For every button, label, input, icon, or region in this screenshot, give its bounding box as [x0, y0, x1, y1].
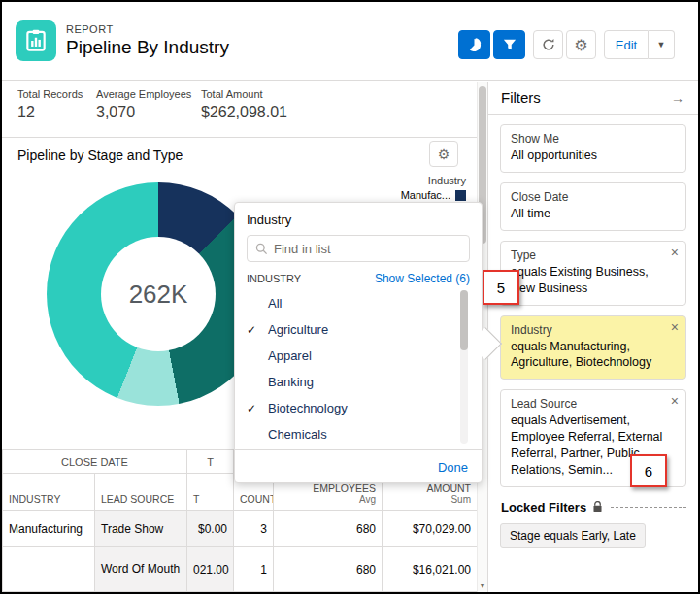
header-actions: ⚙ Edit ▼: [458, 30, 675, 59]
app-window: REPORT Pipeline By Industry ⚙: [0, 0, 700, 594]
popup-scrollbar[interactable]: [460, 290, 468, 444]
edit-dropdown-button[interactable]: ▼: [649, 30, 675, 59]
popup-search-box: [247, 235, 470, 262]
remove-filter-icon[interactable]: ×: [671, 245, 679, 260]
list-item-apparel[interactable]: Apparel: [247, 343, 456, 369]
list-item-agriculture[interactable]: ✓ Agriculture: [247, 316, 456, 343]
filter-card-type[interactable]: × Type equals Existing Business, New Bus…: [500, 241, 686, 306]
report-header: REPORT Pipeline By Industry ⚙: [2, 2, 698, 81]
cell-lead-source: Word Of Mouth: [95, 547, 187, 592]
report-icon: [16, 20, 56, 61]
gear-icon: ⚙: [574, 36, 587, 54]
chart-title: Pipeline by Stage and Type: [17, 148, 183, 163]
filters-panel-title: Filters: [501, 89, 541, 106]
filter-card-show-me[interactable]: Show Me All opportunities: [500, 124, 686, 173]
filter-card-close-date[interactable]: Close Date All time: [500, 182, 686, 231]
cell-count: 3: [234, 511, 274, 547]
remove-filter-icon[interactable]: ×: [671, 319, 679, 335]
cell-count: 1: [234, 547, 274, 592]
donut-total-label: 262K: [129, 280, 188, 310]
cell-amount: $70,029.00: [383, 511, 478, 547]
refresh-icon: [542, 38, 555, 51]
list-item-chemicals[interactable]: Chemicals: [247, 421, 456, 446]
caret-down-icon: ▼: [480, 582, 486, 589]
col-header-t: T: [187, 474, 234, 511]
search-icon: [255, 243, 268, 255]
industry-filter-popup: Industry INDUSTRY Show Selected (6) All …: [234, 202, 483, 483]
list-item-biotechnology[interactable]: ✓ Biotechnology: [247, 395, 456, 421]
stat-total-records: Total Records 12: [17, 88, 83, 121]
stat-value: 3,070: [96, 104, 191, 121]
edit-button-group: Edit ▼: [604, 30, 675, 59]
gear-icon: ⚙: [438, 147, 450, 162]
chart-legend-entry: Manufac...: [351, 189, 466, 201]
edit-button[interactable]: Edit: [604, 30, 649, 59]
list-item-all[interactable]: All: [247, 290, 456, 316]
filter-card-industry[interactable]: × Industry equals Manufacturing, Agricul…: [500, 315, 686, 380]
stat-total-amount: Total Amount $262,098.01: [201, 88, 287, 121]
search-input[interactable]: [274, 242, 461, 256]
popup-scrollbar-thumb[interactable]: [460, 290, 468, 350]
annotation-box-5: 5: [483, 270, 519, 305]
chart-toggle-button[interactable]: [458, 30, 490, 59]
donut-center: 262K: [101, 237, 216, 351]
popup-option-list: All ✓ Agriculture Apparel Banking ✓ Biot…: [247, 290, 470, 446]
stat-average-employees: Average Employees 3,070: [96, 88, 191, 121]
table-row: Manufacturing Trade Show $0.00 3 680 $70…: [3, 511, 478, 547]
chevron-down-icon: ▼: [657, 40, 666, 50]
locked-divider: [611, 507, 686, 508]
remove-filter-icon[interactable]: ×: [671, 393, 679, 409]
popup-list-header: INDUSTRY: [247, 273, 301, 284]
cell-employees: 680: [274, 511, 383, 547]
page-title: Pipeline By Industry: [66, 37, 229, 58]
cell-amount: $16,021.00: [383, 547, 478, 592]
chart-legend-title: Industry: [361, 175, 466, 186]
legend-swatch: [455, 190, 466, 201]
list-item-banking[interactable]: Banking: [247, 369, 456, 395]
stat-value: $262,098.01: [201, 104, 287, 121]
check-icon: ✓: [247, 402, 268, 415]
settings-button[interactable]: ⚙: [566, 30, 596, 59]
table-row: Word Of Mouth 021.00 1 680 $16,021.00: [3, 547, 478, 592]
locked-filters-section: Locked Filters: [488, 487, 698, 523]
report-glyph-icon: [23, 28, 49, 53]
cell-t: $0.00: [187, 511, 234, 547]
scroll-down-button[interactable]: ▼: [478, 579, 487, 591]
lock-icon: [592, 501, 603, 512]
done-button[interactable]: Done: [438, 460, 468, 475]
annotation-box-6: 6: [630, 454, 667, 487]
cell-lead-source: Trade Show: [95, 511, 187, 547]
stat-label: Total Amount: [201, 88, 287, 100]
col-header-industry: INDUSTRY: [3, 474, 95, 511]
show-selected-link[interactable]: Show Selected (6): [375, 272, 470, 285]
popup-title: Industry: [247, 213, 470, 227]
report-eyebrow: REPORT: [66, 23, 114, 35]
cell-t: 021.00: [187, 547, 234, 592]
col-header-lead-source: LEAD SOURCE: [95, 474, 187, 511]
refresh-button[interactable]: [533, 30, 563, 59]
locked-filters-title: Locked Filters: [501, 500, 586, 514]
cell-industry: Manufacturing: [3, 511, 95, 547]
cell-industry: [3, 547, 95, 592]
group-header-close-date: CLOSE DATE: [3, 450, 187, 474]
locked-filter-pill[interactable]: Stage equals Early, Late: [500, 523, 646, 548]
donut-chart-icon: [467, 38, 482, 52]
stat-label: Total Records: [17, 88, 83, 100]
check-icon: ✓: [247, 323, 268, 337]
collapse-panel-arrow-icon[interactable]: →: [671, 90, 684, 106]
funnel-icon: [503, 38, 517, 51]
stat-label: Average Employees: [96, 88, 191, 100]
filters-panel: Filters → Show Me All opportunities Clos…: [487, 82, 698, 592]
group-header-total: T: [187, 450, 234, 474]
stats-divider: [2, 137, 477, 138]
legend-label: Manufac...: [401, 189, 450, 201]
filter-toggle-button[interactable]: [493, 30, 525, 59]
chart-settings-button[interactable]: ⚙: [429, 141, 458, 167]
stat-value: 12: [17, 104, 83, 121]
cell-employees: 680: [274, 547, 383, 592]
